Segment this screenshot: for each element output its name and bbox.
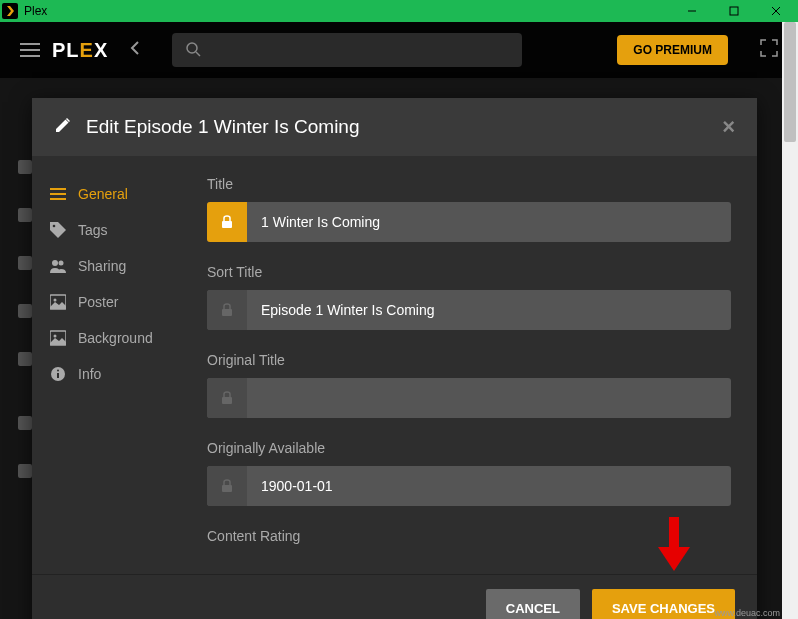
- original-title-input[interactable]: [247, 378, 731, 418]
- title-input[interactable]: [247, 202, 731, 242]
- edit-modal: Edit Episode 1 Winter Is Coming × Genera…: [32, 98, 757, 619]
- tab-background[interactable]: Background: [32, 320, 197, 356]
- lock-icon: [221, 391, 233, 405]
- field-label: Content Rating: [207, 528, 731, 544]
- tab-label: Background: [78, 330, 153, 346]
- tab-label: Poster: [78, 294, 118, 310]
- tab-poster[interactable]: Poster: [32, 284, 197, 320]
- scrollbar-thumb[interactable]: [784, 22, 796, 142]
- input-wrap: [207, 378, 731, 418]
- lock-toggle[interactable]: [207, 202, 247, 242]
- tab-label: Info: [78, 366, 101, 382]
- app-header: PLEX GO PREMIUM: [0, 22, 798, 78]
- lock-icon: [221, 479, 233, 493]
- plex-logo[interactable]: PLEX: [52, 39, 108, 62]
- watermark: www.deuac.com: [714, 608, 780, 618]
- field-content-rating: Content Rating: [207, 528, 731, 544]
- image-icon: [50, 294, 66, 310]
- tag-icon: [50, 222, 66, 238]
- tab-tags[interactable]: Tags: [32, 212, 197, 248]
- search-input[interactable]: [172, 33, 522, 67]
- field-label: Originally Available: [207, 440, 731, 456]
- svg-point-14: [59, 261, 64, 266]
- lock-icon: [221, 215, 233, 229]
- field-original-title: Original Title: [207, 352, 731, 418]
- window-title: Plex: [24, 4, 672, 18]
- svg-rect-22: [222, 221, 232, 228]
- originally-available-input[interactable]: [247, 466, 731, 506]
- logo-text: X: [94, 39, 108, 61]
- tab-label: General: [78, 186, 128, 202]
- app-icon: [2, 3, 18, 19]
- modal-footer: CANCEL SAVE CHANGES: [32, 574, 757, 619]
- modal-sidebar: General Tags Sharing Poster Background I…: [32, 156, 197, 574]
- tab-general[interactable]: General: [32, 176, 197, 212]
- minimize-button[interactable]: [672, 1, 712, 21]
- input-wrap: [207, 466, 731, 506]
- people-icon: [50, 258, 66, 274]
- tab-sharing[interactable]: Sharing: [32, 248, 197, 284]
- back-button[interactable]: [120, 40, 152, 60]
- svg-rect-25: [222, 485, 232, 492]
- svg-point-12: [53, 225, 56, 228]
- image-icon: [50, 330, 66, 346]
- field-label: Sort Title: [207, 264, 731, 280]
- svg-point-16: [54, 299, 57, 302]
- input-wrap: [207, 202, 731, 242]
- field-originally-available: Originally Available: [207, 440, 731, 506]
- expand-icon[interactable]: [760, 39, 778, 61]
- tab-info[interactable]: Info: [32, 356, 197, 392]
- sort-title-input[interactable]: [247, 290, 731, 330]
- field-title: Title: [207, 176, 731, 242]
- window-controls: [672, 1, 796, 21]
- pencil-icon: [54, 116, 72, 138]
- logo-text: PL: [52, 39, 80, 61]
- svg-rect-24: [222, 397, 232, 404]
- hamburger-menu-icon[interactable]: [20, 42, 40, 58]
- svg-rect-1: [730, 7, 738, 15]
- modal-header: Edit Episode 1 Winter Is Coming ×: [32, 98, 757, 156]
- go-premium-button[interactable]: GO PREMIUM: [617, 35, 728, 65]
- svg-point-7: [187, 43, 197, 53]
- modal-body: General Tags Sharing Poster Background I…: [32, 156, 757, 574]
- modal-title: Edit Episode 1 Winter Is Coming: [86, 116, 722, 138]
- svg-rect-21: [57, 373, 59, 378]
- cancel-button[interactable]: CANCEL: [486, 589, 580, 619]
- search-icon: [186, 42, 202, 58]
- input-wrap: [207, 290, 731, 330]
- svg-line-8: [196, 52, 200, 56]
- field-sort-title: Sort Title: [207, 264, 731, 330]
- maximize-button[interactable]: [714, 1, 754, 21]
- list-icon: [50, 186, 66, 202]
- close-window-button[interactable]: [756, 1, 796, 21]
- modal-form: Title Sort Title Original: [197, 156, 757, 574]
- svg-point-20: [57, 370, 59, 372]
- lock-icon: [221, 303, 233, 317]
- field-label: Original Title: [207, 352, 731, 368]
- info-icon: [50, 366, 66, 382]
- field-label: Title: [207, 176, 731, 192]
- window-titlebar: Plex: [0, 0, 798, 22]
- lock-toggle[interactable]: [207, 466, 247, 506]
- svg-rect-23: [222, 309, 232, 316]
- tab-label: Sharing: [78, 258, 126, 274]
- svg-point-13: [52, 260, 58, 266]
- lock-toggle[interactable]: [207, 378, 247, 418]
- tab-label: Tags: [78, 222, 108, 238]
- lock-toggle[interactable]: [207, 290, 247, 330]
- logo-accent: E: [80, 39, 94, 61]
- svg-point-18: [54, 335, 57, 338]
- vertical-scrollbar[interactable]: [782, 22, 798, 619]
- close-modal-button[interactable]: ×: [722, 114, 735, 140]
